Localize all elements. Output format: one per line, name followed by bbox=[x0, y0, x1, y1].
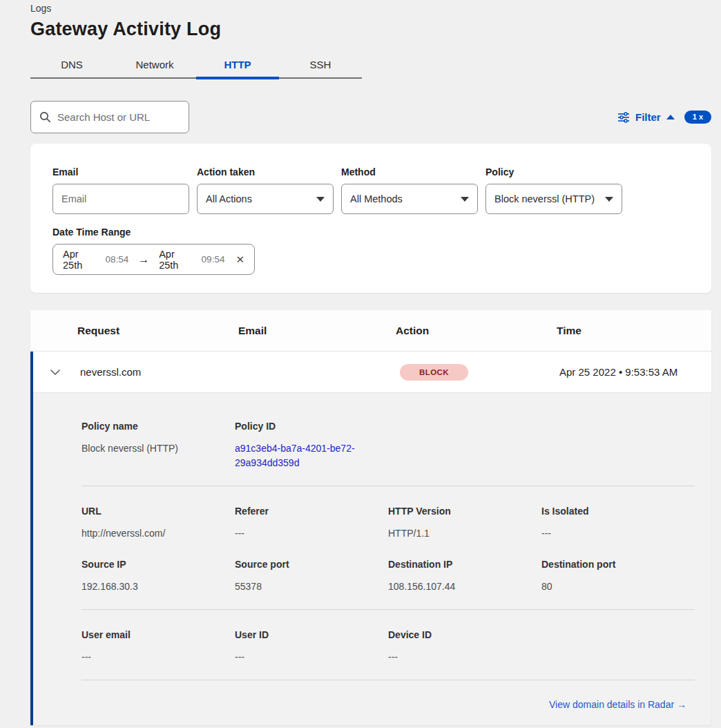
filter-count-badge[interactable]: 1 x bbox=[684, 111, 711, 124]
tab-dns[interactable]: DNS bbox=[30, 51, 113, 77]
col-time: Time bbox=[557, 325, 711, 337]
tab-network[interactable]: Network bbox=[113, 51, 196, 77]
url-value: http://neverssl.com/ bbox=[81, 526, 235, 541]
caret-up-icon bbox=[666, 115, 675, 119]
field-email-label: Email bbox=[52, 166, 189, 178]
policy-value: Block neverssl (HTTP) bbox=[494, 193, 595, 204]
radar-link-row: View domain details in Radar → bbox=[81, 698, 695, 711]
radar-link[interactable]: View domain details in Radar → bbox=[549, 699, 686, 710]
is-isolated-value: --- bbox=[541, 526, 695, 541]
field-policy: Policy Block neverssl (HTTP) bbox=[486, 166, 622, 214]
end-time: 09:54 bbox=[202, 254, 225, 265]
detail-cell: URL http://neverssl.com/ bbox=[81, 506, 235, 541]
destination-ip-value: 108.156.107.44 bbox=[388, 579, 541, 594]
row-details-panel: Policy name Block neverssl (HTTP) Policy… bbox=[33, 393, 711, 725]
policy-section: Policy name Block neverssl (HTTP) Policy… bbox=[81, 421, 695, 486]
user-email-value: --- bbox=[81, 650, 235, 664]
policy-name-label: Policy name bbox=[81, 421, 235, 432]
date-range-picker[interactable]: Apr 25th 08:54 → Apr 25th 09:54 ✕ bbox=[52, 244, 255, 275]
user-id-value: --- bbox=[235, 650, 388, 664]
field-action-taken-label: Action taken bbox=[197, 166, 334, 178]
field-policy-label: Policy bbox=[486, 166, 622, 178]
arrow-right-icon: → bbox=[138, 253, 149, 266]
http-version-value: HTTP/1.1 bbox=[388, 526, 541, 541]
end-date: Apr 25th bbox=[159, 249, 194, 271]
detail-cell: Source port 55378 bbox=[235, 559, 388, 594]
referer-value: --- bbox=[235, 526, 388, 541]
expanded-row-group: neverssl.com BLOCK Apr 25 2022 • 9:53:53… bbox=[30, 352, 711, 725]
destination-port-value: 80 bbox=[541, 579, 695, 594]
http-details-section: URL http://neverssl.com/ Referer --- HTT… bbox=[81, 486, 695, 609]
search-box[interactable] bbox=[30, 101, 189, 133]
field-action-taken: Action taken All Actions bbox=[197, 166, 334, 214]
row-request: neverssl.com bbox=[80, 366, 241, 378]
chevron-down-icon[interactable] bbox=[50, 366, 61, 379]
arrow-right-icon: → bbox=[677, 699, 686, 710]
col-action: Action bbox=[396, 325, 557, 337]
divider bbox=[81, 680, 695, 680]
col-email: Email bbox=[238, 325, 396, 337]
detail-cell: Referer --- bbox=[235, 506, 388, 541]
user-details-section: User email --- User ID --- Device ID --- bbox=[81, 610, 695, 680]
policy-id-label: Policy ID bbox=[235, 421, 388, 432]
detail-cell: Device ID --- bbox=[388, 629, 541, 664]
search-input[interactable] bbox=[57, 111, 195, 123]
start-time: 08:54 bbox=[105, 254, 128, 265]
action-taken-select[interactable]: All Actions bbox=[197, 184, 334, 214]
search-icon bbox=[39, 111, 51, 123]
filter-panel: Email Action taken All Actions Method Al… bbox=[30, 144, 711, 293]
block-status-badge: BLOCK bbox=[400, 364, 468, 381]
detail-cell: User ID --- bbox=[235, 629, 388, 664]
date-range-label: Date Time Range bbox=[52, 227, 255, 238]
caret-down-icon bbox=[316, 197, 325, 202]
caret-down-icon bbox=[461, 197, 469, 202]
tab-bar: DNS Network HTTP SSH bbox=[30, 51, 362, 79]
policy-id-cell: Policy ID a91c3eb4-ba7a-4201-be72-29a934… bbox=[235, 421, 388, 470]
detail-cell: Source IP 192.168.30.3 bbox=[81, 559, 235, 594]
start-date: Apr 25th bbox=[63, 249, 98, 271]
row-time: Apr 25 2022 • 9:53:53 AM bbox=[559, 366, 711, 378]
field-email: Email bbox=[52, 166, 189, 214]
device-id-value: --- bbox=[388, 650, 541, 664]
field-method-label: Method bbox=[341, 166, 478, 178]
col-request: Request bbox=[77, 325, 238, 337]
gateway-activity-log-page: Logs Gateway Activity Log DNS Network HT… bbox=[0, 0, 721, 725]
detail-cell: Destination port 80 bbox=[541, 559, 695, 594]
detail-cell: User email --- bbox=[81, 629, 235, 664]
field-method: Method All Methods bbox=[341, 166, 478, 214]
clear-date-range-icon[interactable]: ✕ bbox=[235, 253, 244, 266]
tab-ssh[interactable]: SSH bbox=[279, 51, 362, 77]
filter-toggle[interactable]: Filter 1 x bbox=[617, 111, 711, 124]
filter-label: Filter bbox=[635, 111, 661, 123]
page-title: Gateway Activity Log bbox=[30, 19, 711, 40]
detail-cell: HTTP Version HTTP/1.1 bbox=[388, 506, 541, 541]
caret-down-icon bbox=[605, 197, 613, 202]
email-input[interactable] bbox=[61, 193, 180, 204]
policy-name-value: Block neverssl (HTTP) bbox=[81, 441, 235, 456]
detail-cell: Destination IP 108.156.107.44 bbox=[388, 559, 541, 594]
search-filter-row: Filter 1 x bbox=[30, 101, 711, 133]
table-header: Request Email Action Time bbox=[30, 310, 711, 352]
breadcrumb[interactable]: Logs bbox=[30, 0, 711, 14]
tab-http[interactable]: HTTP bbox=[196, 51, 279, 77]
action-taken-value: All Actions bbox=[206, 193, 252, 204]
method-select[interactable]: All Methods bbox=[341, 184, 478, 214]
date-time-range-section: Date Time Range Apr 25th 08:54 → Apr 25t… bbox=[52, 227, 689, 275]
detail-cell: Is Isolated --- bbox=[541, 506, 695, 541]
source-port-value: 55378 bbox=[235, 579, 388, 594]
policy-id-link[interactable]: a91c3eb4-ba7a-4201-be72-29a934dd359d bbox=[235, 441, 366, 470]
policy-select[interactable]: Block neverssl (HTTP) bbox=[486, 184, 622, 214]
table-row[interactable]: neverssl.com BLOCK Apr 25 2022 • 9:53:53… bbox=[33, 352, 711, 393]
activity-log-table: Request Email Action Time neverssl.com B… bbox=[30, 310, 711, 725]
method-value: All Methods bbox=[350, 193, 403, 204]
policy-name-cell: Policy name Block neverssl (HTTP) bbox=[81, 421, 235, 470]
filter-sliders-icon bbox=[617, 112, 630, 123]
source-ip-value: 192.168.30.3 bbox=[81, 579, 235, 594]
